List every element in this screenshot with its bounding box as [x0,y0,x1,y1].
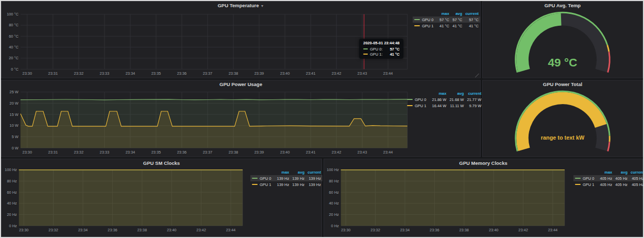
legend-value: 405 Hz [599,175,614,181]
x-axis-tick-label: 23:36 [177,71,187,76]
y-axis-tick-label: 25 W [10,90,19,94]
y-axis-tick-label: 100 Hz [5,167,17,172]
legend-col-current[interactable]: current [465,91,483,96]
panel-title-gpu-temperature[interactable]: GPU Temperature▼ [2,2,480,10]
y-axis-tick-label: 40 Hz [329,201,339,206]
x-axis-tick-label: 23:44 [383,71,393,76]
legend-col-current[interactable]: current [464,11,480,16]
tooltip-row-gpu-1: GPU 1:41 °C [363,52,399,57]
x-axis-tick-label: 23:32 [370,228,380,232]
legend-series-gpu-0[interactable]: GPU 0 [413,16,438,23]
gpu-sm-clocks-legend: maxavgcurrentGPU 0139 Hz139 Hz139 HzGPU … [250,169,323,188]
panel-resize-handle[interactable] [475,73,480,77]
legend-series-gpu-1[interactable]: GPU 1 [413,23,438,29]
y-axis-tick-label: 60 °C [9,34,19,39]
series-color-swatch [363,48,368,49]
x-axis-tick-label: 23:33 [100,150,110,155]
x-axis-tick-label: 23:31 [48,71,58,76]
legend-value: 21.77 W [465,96,483,103]
panel-gpu-power-usage: GPU Power Usage 0 W5 W10 W15 W20 W25 W23… [1,80,481,157]
legend-col-max[interactable]: max [431,91,448,96]
y-axis-tick-label: 100 Hz [327,167,339,172]
series-color-swatch [575,178,581,179]
gpu-temperature-legend: maxavgcurrentGPU 057 °C57 °C57 °CGPU 141… [413,11,480,29]
gpu-power-total-gauge: range to text kW [483,80,642,157]
x-axis-tick-label: 23:43 [358,71,367,76]
legend-col-current[interactable]: current [306,169,323,175]
legend-col-current[interactable]: current [629,169,644,175]
gpu-temperature-chart[interactable]: 0 °C20 °C40 °C60 °C80 °C100 °C23:3023:31… [2,2,480,78]
series-fill-gpu-1 [19,170,243,226]
x-axis-tick-label: 23:44 [226,228,236,232]
x-axis-tick-label: 23:30 [19,228,29,232]
legend-col-max[interactable]: max [599,169,614,175]
panel-title-gpu-power-usage[interactable]: GPU Power Usage [2,80,480,89]
y-axis-tick-label: 10 W [10,123,19,128]
legend-col-avg[interactable]: avg [291,169,306,175]
x-axis-tick-label: 23:36 [430,228,439,232]
legend-value: 41 °C [464,23,480,29]
panel-gpu-memory-clocks: GPU Memory Clocks 0 Hz20 Hz40 Hz60 Hz80 … [324,159,643,237]
legend-value: 405 Hz [614,181,629,188]
series-line-gpu-0 [21,99,408,100]
legend-series-gpu-0[interactable]: GPU 0 [573,175,599,181]
x-axis-tick-label: 23:39 [255,150,264,155]
legend-col-max[interactable]: max [276,169,291,175]
legend-value: 139 Hz [276,175,291,181]
legend-row-gpu-1: GPU 1405 Hz405 Hz405 Hz [573,181,644,188]
series-color-swatch [414,19,420,20]
legend-series-gpu-1[interactable]: GPU 1 [250,181,276,188]
tooltip-series-label: GPU 1: [370,52,383,57]
legend-row-gpu-0: GPU 0139 Hz139 Hz139 Hz [250,175,323,181]
legend-value: 9.79 W [465,103,483,109]
legend-table: maxavgcurrentGPU 0405 Hz405 Hz405 HzGPU … [573,169,644,188]
series-color-swatch [407,105,413,106]
legend-value: 405 Hz [629,175,644,181]
panel-gpu-sm-clocks: GPU SM Clocks 0 Hz20 Hz40 Hz60 Hz80 Hz10… [1,159,322,237]
y-axis-tick-label: 60 Hz [7,190,17,195]
panel-title-gpu-sm-clocks[interactable]: GPU SM Clocks [2,159,321,167]
grafana-dashboard: GPU Temperature▼ 0 °C20 °C40 °C60 °C80 °… [0,0,644,238]
legend-series-gpu-1[interactable]: GPU 1 [405,103,431,109]
y-axis-tick-label: 80 °C [9,23,19,27]
legend-value: 11.11 W [448,103,465,109]
legend-col-avg[interactable]: avg [614,169,629,175]
chevron-down-icon: ▼ [261,4,264,8]
legend-col-avg[interactable]: avg [451,11,464,16]
panel-title-text: GPU Memory Clocks [459,160,507,166]
panel-title-gpu-power-total[interactable]: GPU Power Total [483,80,642,89]
chart-tooltip: 2020-05-01 23:44:48GPU 0:57 °CGPU 1:41 °… [359,39,403,59]
series-color-swatch [575,184,581,185]
y-axis-tick-label: 60 Hz [329,190,339,195]
x-axis-tick-label: 23:40 [280,71,290,76]
x-axis-tick-label: 23:35 [151,150,161,155]
x-axis-tick-label: 23:44 [383,150,393,155]
legend-series-gpu-0[interactable]: GPU 0 [250,175,276,181]
series-color-swatch [252,178,258,179]
legend-value: 139 Hz [291,181,306,188]
legend-table: maxavgcurrentGPU 021.86 W21.68 W21.77 WG… [405,91,483,109]
legend-row-gpu-1: GPU 141 °C41 °C41 °C [413,23,480,29]
panel-title-gpu-memory-clocks[interactable]: GPU Memory Clocks [324,159,642,167]
panel-title-text: GPU Power Usage [219,81,262,87]
legend-value: 405 Hz [599,181,614,188]
legend-row-gpu-0: GPU 0405 Hz405 Hz405 Hz [573,175,644,181]
panel-gpu-avg-temp: GPU Avg. Temp 49 °C [482,1,643,78]
y-axis-tick-label: 40 °C [9,45,19,49]
legend-series-gpu-1[interactable]: GPU 1 [573,181,599,188]
gpu-power-usage-legend: maxavgcurrentGPU 021.86 W21.68 W21.77 WG… [405,91,483,109]
legend-col-avg[interactable]: avg [448,91,465,96]
x-axis-tick-label: 23:43 [358,150,367,155]
legend-table: maxavgcurrentGPU 057 °C57 °C57 °CGPU 141… [413,11,480,29]
x-axis-tick-label: 23:42 [332,150,342,155]
legend-col-series [413,11,438,16]
panel-title-gpu-avg-temp[interactable]: GPU Avg. Temp [483,2,642,10]
y-axis-tick-label: 20 Hz [7,212,17,217]
legend-col-max[interactable]: max [438,11,451,16]
x-axis-tick-label: 23:38 [229,150,239,155]
legend-series-gpu-0[interactable]: GPU 0 [405,96,431,103]
x-axis-tick-label: 23:42 [332,71,342,76]
x-axis-tick-label: 23:32 [74,150,84,155]
x-axis-tick-label: 23:38 [459,228,469,232]
x-axis-tick-label: 23:37 [203,71,213,76]
